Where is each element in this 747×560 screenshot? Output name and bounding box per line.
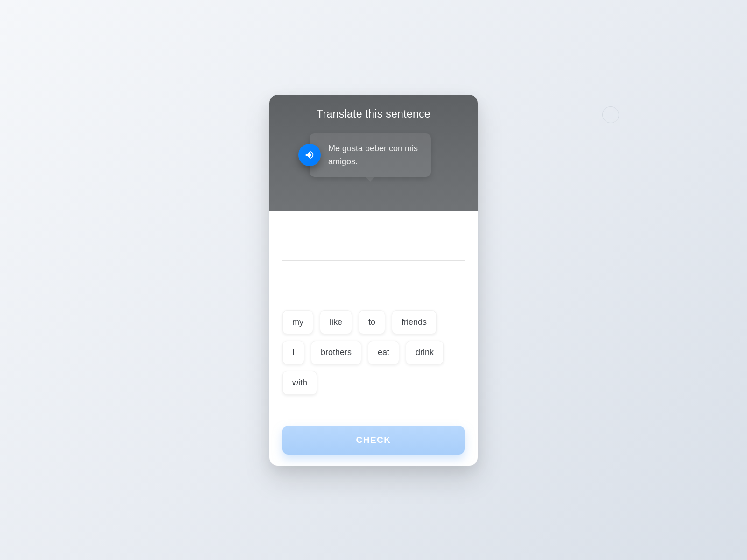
play-audio-button[interactable] (298, 144, 321, 166)
card-header: Translate this sentence Me gusta beber c… (269, 95, 478, 211)
answer-area[interactable] (282, 224, 465, 299)
check-button[interactable]: CHECK (282, 426, 465, 455)
speaker-icon (304, 150, 315, 160)
word-chip[interactable]: eat (368, 341, 399, 364)
prompt-row: Me gusta beber con mis amigos. (298, 133, 464, 177)
word-chip[interactable]: drink (406, 341, 444, 364)
exercise-card: Translate this sentence Me gusta beber c… (269, 95, 478, 466)
word-bank: my like to friends I brothers eat drink … (282, 310, 465, 395)
word-chip[interactable]: like (320, 310, 352, 334)
word-chip[interactable]: my (282, 310, 313, 334)
exercise-title: Translate this sentence (283, 108, 464, 120)
answer-line-1 (282, 224, 465, 261)
card-body: my like to friends I brothers eat drink … (269, 211, 478, 466)
answer-line-2 (282, 261, 465, 297)
prompt-text: Me gusta beber con mis amigos. (328, 142, 420, 169)
word-chip[interactable]: brothers (311, 341, 361, 364)
word-chip[interactable]: friends (392, 310, 437, 334)
word-chip[interactable]: to (359, 310, 385, 334)
decorative-circle (602, 106, 619, 123)
prompt-bubble: Me gusta beber con mis amigos. (310, 133, 431, 177)
word-chip[interactable]: I (282, 341, 304, 364)
word-chip[interactable]: with (282, 371, 317, 395)
